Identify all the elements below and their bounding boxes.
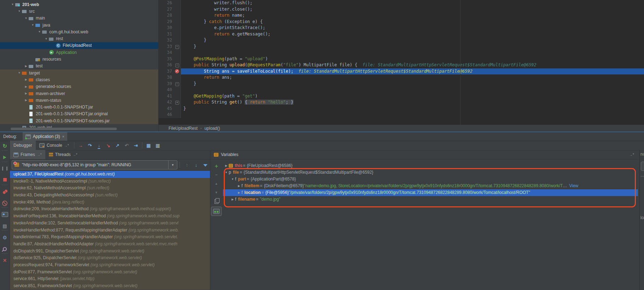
expand-arrow-icon[interactable]: ▶ [23, 85, 29, 88]
line-number[interactable]: 31 [159, 31, 174, 38]
breadcrumb-class[interactable]: FileUploadRest [169, 126, 198, 131]
evaluate-in-variables-icon[interactable] [211, 207, 222, 216]
stack-frame-row[interactable]: processRequest:974, FrameworkServlet (or… [10, 262, 210, 269]
expand-arrow-icon[interactable]: ▶ [236, 189, 241, 196]
code-editor[interactable]: 26 writer.flush();27 writer.close();28 r… [159, 0, 644, 125]
editor-line-30[interactable]: 30 e.printStackTrace(); [159, 25, 644, 31]
editor-line-41[interactable]: 41 @GetMapping(path = "get") [159, 93, 644, 100]
close-icon[interactable]: × [0, 256, 10, 265]
collapse-arrow-icon[interactable]: ▼ [224, 169, 229, 176]
step-out-icon[interactable]: ↗ [113, 143, 122, 148]
line-number[interactable]: 30 [159, 25, 174, 31]
collapse-arrow-icon[interactable]: ▼ [37, 30, 42, 33]
line-number[interactable]: 45 [159, 106, 174, 112]
tree-item-target[interactable]: ▼target [0, 69, 158, 76]
line-number[interactable]: 41 [159, 93, 174, 100]
editor-line-33[interactable]: 33− } [159, 44, 644, 50]
stack-frame-row[interactable]: doDispatch:991, DispatcherServlet (org.s… [10, 248, 210, 255]
stack-frame-row[interactable]: handleInternal:783, RequestMappingHandle… [10, 234, 210, 241]
dropdown-arrow-icon[interactable]: ▼ [168, 161, 177, 169]
variable-row-filename[interactable]: ▶ffilename="demo.jpg" [223, 196, 638, 203]
stack-frame-row[interactable]: invoke:43, DelegatingMethodAccessorImpl … [10, 192, 210, 199]
tree-item-maven-status[interactable]: ▶maven-status [0, 97, 158, 104]
stack-frame-row[interactable]: service:661, HttpServlet (javax.servlet.… [10, 275, 210, 283]
view-breakpoints-icon[interactable] [0, 188, 10, 196]
clipped-button[interactable] [641, 162, 644, 171]
collapse-arrow-icon[interactable]: ▼ [230, 176, 235, 183]
remove-watch-icon[interactable]: − [210, 171, 222, 179]
rerun-application-icon[interactable]: ↻ [0, 142, 10, 150]
tree-item-classes[interactable]: ▶classes [0, 76, 158, 83]
move-watch-down-icon[interactable]: ▼ [210, 189, 222, 196]
tree-item-main[interactable]: ▼main [0, 15, 158, 22]
step-into-icon[interactable]: ↓ [95, 143, 104, 148]
editor-line-32[interactable]: 32 } [159, 37, 644, 44]
collapse-arrow-icon[interactable]: ▼ [10, 3, 15, 6]
editor-line-36[interactable]: 36− public String upload(@RequestParam("… [159, 62, 644, 68]
line-number[interactable]: 36 [159, 62, 174, 68]
breadcrumb-method[interactable]: upload() [204, 126, 220, 131]
tree-item-201-web[interactable]: ▼201-web [0, 1, 158, 8]
editor-line-46[interactable]: 46 [159, 112, 644, 118]
variable-row-file[interactable]: ▼pfile={StandardMultipartHttpServletRequ… [223, 169, 638, 176]
editor-line-35[interactable]: 35 @PostMapping(path = "upload") [159, 56, 644, 62]
debug-session-tab[interactable]: Application (3) × [23, 132, 67, 141]
show-execution-point-icon[interactable]: → [76, 143, 85, 148]
expand-arrow-icon[interactable]: ▶ [236, 183, 241, 189]
tree-item-maven-archiver[interactable]: ▶maven-archiver [0, 90, 158, 97]
resume-program-icon[interactable] [0, 153, 10, 162]
get-thread-dump-icon[interactable] [0, 210, 10, 219]
stack-frame-row[interactable]: invokeAndHandle:102, ServletInvocableHan… [10, 220, 210, 227]
collapse-arrow-icon[interactable]: ▼ [17, 71, 22, 74]
line-number[interactable]: 46 [159, 112, 174, 118]
pin-tab-icon[interactable] [0, 245, 10, 253]
expand-arrow-icon[interactable]: ▶ [224, 162, 229, 169]
line-number[interactable]: 37 [159, 68, 174, 75]
editor-line-34[interactable]: 34 [159, 50, 644, 56]
breakpoint-icon[interactable]: ✓ [175, 69, 179, 73]
tab-debugger[interactable]: Debugger [10, 141, 36, 150]
variable-row-fileitem[interactable]: ▶ffileItem={DiskFileItem@6579} "name=dem… [223, 183, 638, 189]
tab-threads[interactable]: Threads →* [45, 150, 81, 159]
line-number[interactable]: 38 [159, 74, 174, 81]
stack-frame-row[interactable]: invokeHandlerMethod:877, RequestMappingH… [10, 227, 210, 234]
collapse-arrow-icon[interactable]: ▼ [30, 23, 35, 27]
line-number[interactable]: 33 [159, 44, 174, 50]
stack-frame-row[interactable]: service:851, FrameworkServlet (org.sprin… [10, 283, 210, 290]
tree-item-201-web-0-0-1-snapshot-jar-original[interactable]: 201-web-0.0.1-SNAPSHOT.jar.original [0, 111, 158, 117]
tree-item-201-web-0-0-1-snapshot-sources-jar[interactable]: 201-web-0.0.1-SNAPSHOT-sources.jar [0, 117, 158, 124]
editor-line-26[interactable]: 26 writer.flush(); [159, 0, 644, 6]
settings-icon[interactable]: ⚙ [0, 233, 10, 242]
editor-line-27[interactable]: 27 writer.close(); [159, 6, 644, 13]
tree-item-fileuploadrest[interactable]: FileUploadRest [0, 42, 158, 49]
editor-line-42[interactable]: 42+ public String get() { return "hello"… [159, 99, 644, 106]
line-number[interactable]: 39 [159, 81, 174, 87]
tree-item-src[interactable]: ▼src [0, 8, 158, 15]
previous-frame-icon[interactable]: ↑ [182, 162, 192, 168]
expand-arrow-icon[interactable]: ▶ [23, 78, 29, 81]
expand-arrow-icon[interactable]: ▶ [23, 99, 29, 102]
tree-item-201-web-0-0-1-snapshot-jar[interactable]: 201-web-0.0.1-SNAPSHOT.jar [0, 104, 158, 110]
fold-collapse-icon[interactable]: − [175, 45, 179, 49]
editor-line-38[interactable]: 38 return ans; [159, 74, 644, 81]
restore-layout-icon[interactable]: ▤ [0, 222, 10, 230]
tab-frames[interactable]: Frames →* [10, 150, 45, 159]
mute-breakpoints-icon[interactable] [0, 199, 10, 207]
editor-line-40[interactable]: 40 [159, 87, 644, 93]
line-number[interactable]: 42 [159, 99, 174, 106]
variable-row-this[interactable]: ▶this={FileUploadRest@6586} [223, 162, 638, 169]
line-number[interactable]: 40 [159, 87, 174, 93]
stack-frame-row[interactable]: invoke0:-1, NativeMethodAccessorImpl (su… [10, 178, 210, 185]
line-number[interactable]: 35 [159, 56, 174, 62]
duplicate-watch-icon[interactable] [210, 197, 222, 205]
stack-frame-row[interactable]: invoke:498, Method (java.lang.reflect) [10, 199, 210, 206]
horizontal-scrollbar[interactable] [11, 128, 117, 130]
close-session-tab-icon[interactable]: × [62, 134, 64, 139]
tree-item-test[interactable]: ▶test [0, 63, 158, 69]
tree-item-resources[interactable]: resources [0, 56, 158, 62]
variable-row-location[interactable]: ▶flocation={File@5956} "/private/var/fol… [223, 189, 638, 196]
line-number[interactable]: 32 [159, 37, 174, 44]
editor-line-39[interactable]: 39− } [159, 81, 644, 87]
line-number[interactable]: 29 [159, 19, 174, 25]
tree-item-application[interactable]: Application [0, 49, 158, 56]
